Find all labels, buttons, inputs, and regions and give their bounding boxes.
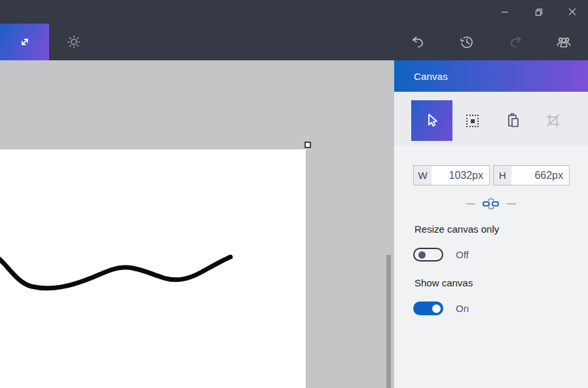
app-toolbar [0,24,588,60]
marquee-select-icon [466,115,479,127]
toggle-knob [418,251,426,258]
restore-icon [534,8,543,16]
canvas-workspace[interactable] [0,60,394,388]
show-toggle-state: On [456,301,469,315]
restore-button[interactable] [523,0,553,24]
aspect-ratio-link-row[interactable] [394,196,588,212]
expand-canvas-tool-button[interactable] [0,24,49,60]
vertical-scrollbar-thumb[interactable] [386,255,391,388]
minimize-button[interactable] [490,0,520,24]
redo-icon [507,33,524,50]
canvas-resize-handle[interactable] [304,142,311,148]
link-right-dash [507,203,516,204]
undo-button[interactable] [402,24,433,60]
resize-canvas-only-label: Resize canvas only [414,223,499,235]
freehand-stroke [0,60,394,388]
minimize-icon [501,8,509,16]
crop-icon [545,112,562,129]
expand-icon [18,35,32,49]
redo-button[interactable] [500,24,532,60]
width-field-label: W [414,166,432,185]
brightness-icon [66,34,82,50]
effects-brightness-button[interactable] [49,24,98,60]
panel-title: Canvas [394,71,448,82]
cursor-icon [424,112,440,129]
link-left-dash [466,203,475,204]
paste-button[interactable] [492,100,534,141]
crop-button[interactable] [532,100,574,141]
undo-icon [409,33,426,50]
history-icon [458,33,475,50]
marquee-select-button[interactable] [452,100,493,141]
width-input[interactable] [432,166,489,185]
freehand-stroke-path [0,256,230,288]
show-canvas-toggle[interactable] [413,301,443,315]
select-tool-button[interactable] [411,100,452,141]
selection-tools-row [394,92,588,146]
show-canvas-label: Show canvas [414,277,473,288]
canvas-panel: Canvas W H [394,60,588,388]
resize-toggle-state: Off [456,248,469,262]
people-collaborate-button[interactable] [548,24,579,60]
broken-link-icon [480,197,502,211]
history-button[interactable] [451,24,483,60]
people-icon [555,33,573,50]
canvas-width-field[interactable]: W [413,165,490,185]
panel-header: Canvas [394,60,588,92]
resize-canvas-only-toggle[interactable] [413,248,443,262]
paste-icon [505,111,522,130]
close-icon [568,8,576,16]
height-input[interactable] [511,166,569,185]
close-button[interactable] [557,0,588,24]
title-bar [0,0,588,24]
height-field-label: H [494,166,511,185]
canvas-height-field[interactable]: H [493,165,570,185]
toggle-knob [432,304,441,313]
